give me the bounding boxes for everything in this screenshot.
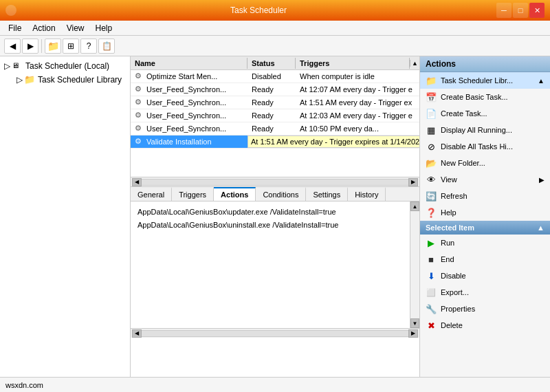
- task-status-2: Ready: [248, 98, 296, 107]
- view-submenu-arrow: ▶: [539, 176, 544, 184]
- view-icon: 👁: [426, 174, 437, 185]
- menu-view[interactable]: View: [61, 22, 90, 34]
- scroll-left-btn[interactable]: ◀: [132, 178, 142, 186]
- tree-root-scheduler[interactable]: ▷ Task Scheduler (Local): [0, 59, 130, 73]
- close-button[interactable]: ✕: [529, 3, 544, 18]
- detail-scrollbar-track[interactable]: [142, 330, 408, 337]
- h-scrollbar[interactable]: ◀ ▶: [131, 177, 419, 186]
- export-label: Export...: [441, 288, 469, 296]
- show-hide-tree-button[interactable]: ⊞: [63, 39, 79, 54]
- tree-item-library[interactable]: ▷ Task Scheduler Library: [0, 73, 130, 87]
- task-list-header: Name Status Triggers ▲: [131, 56, 419, 70]
- disable-all-tasks-label: Disable All Tasks Hi...: [441, 142, 513, 151]
- refresh-icon: 🔄: [426, 190, 437, 202]
- center-panel: Name Status Triggers ▲ Optimize Start Me…: [131, 56, 419, 377]
- create-basic-task-button[interactable]: 📅 Create Basic Task...: [420, 89, 550, 105]
- disable-button[interactable]: ⬇ Disable: [420, 268, 550, 284]
- create-task-button[interactable]: 📄 Create Task...: [420, 105, 550, 122]
- task-row[interactable]: User_Feed_Synchron... Ready At 12:03 AM …: [131, 109, 419, 122]
- tab-settings[interactable]: Settings: [306, 187, 348, 201]
- detail-scroll-left[interactable]: ◀: [132, 329, 142, 338]
- end-button[interactable]: ■ End: [420, 251, 550, 268]
- task-icon-2: [135, 98, 144, 107]
- status-text: wsxdn.com: [6, 381, 43, 389]
- task-row[interactable]: User_Feed_Synchron... Ready At 1:51 AM e…: [131, 96, 419, 109]
- task-status-4: Ready: [248, 124, 296, 133]
- menu-file[interactable]: File: [3, 22, 27, 34]
- trigger-tooltip: At 1:51 AM every day - Trigger expires a…: [248, 135, 419, 148]
- properties-button-action[interactable]: 🔧 Properties: [420, 301, 550, 317]
- task-row[interactable]: User_Feed_Synchron... Ready At 10:50 PM …: [131, 122, 419, 135]
- tab-history[interactable]: History: [348, 187, 386, 201]
- task-status-3: Ready: [248, 111, 296, 120]
- library-folder-icon: [24, 74, 35, 85]
- task-icon-4: [135, 124, 144, 133]
- forward-button[interactable]: ▶: [22, 39, 38, 54]
- scroll-down-detail[interactable]: ▼: [410, 318, 419, 328]
- display-all-running-button[interactable]: ▦ Display All Running...: [420, 122, 550, 138]
- task-name-4: User_Feed_Synchron...: [131, 123, 248, 134]
- task-triggers-3: At 12:03 AM every day - Trigger e: [296, 111, 419, 120]
- v-scrollbar-detail[interactable]: ▲ ▼: [410, 202, 419, 328]
- refresh-button[interactable]: 🔄 Refresh: [420, 188, 550, 204]
- minimize-button[interactable]: ─: [496, 3, 512, 18]
- task-row[interactable]: User_Feed_Synchron... Ready At 12:07 AM …: [131, 83, 419, 96]
- refresh-label: Refresh: [441, 192, 468, 200]
- col-header-triggers: Triggers: [296, 58, 410, 69]
- delete-button[interactable]: ✖ Delete: [420, 317, 550, 334]
- actions-panel-header: Actions: [420, 56, 550, 72]
- task-icon-5: [135, 137, 144, 146]
- scroll-up-detail[interactable]: ▲: [410, 202, 419, 211]
- export-button[interactable]: ⬜ Export...: [420, 284, 550, 301]
- create-task-icon: 📄: [426, 108, 437, 119]
- menu-help[interactable]: Help: [90, 22, 118, 34]
- scroll-right-btn[interactable]: ▶: [408, 178, 418, 186]
- tab-general[interactable]: General: [131, 187, 172, 201]
- disable-all-tasks-button[interactable]: ⊘ Disable All Tasks Hi...: [420, 138, 550, 155]
- tree-root-label: Task Scheduler (Local): [25, 61, 109, 71]
- detail-h-scrollbar[interactable]: ◀ ▶: [131, 328, 419, 338]
- back-button[interactable]: ◀: [4, 39, 21, 54]
- properties-label: Properties: [441, 305, 475, 313]
- tab-triggers[interactable]: Triggers: [172, 187, 214, 201]
- run-button[interactable]: ▶ Run: [420, 235, 550, 251]
- detail-scroll-right[interactable]: ▶: [408, 329, 418, 338]
- actions-library-item[interactable]: 📁 Task Scheduler Libr... ▲: [420, 72, 550, 89]
- maximize-button[interactable]: □: [513, 3, 528, 18]
- new-folder-button[interactable]: 📂 New Folder...: [420, 155, 550, 171]
- scroll-up-button[interactable]: ▲: [410, 60, 419, 67]
- actions-tab-content: AppData\Local\GeniusBox\updater.exe /Val…: [131, 202, 410, 328]
- delete-icon: ✖: [426, 320, 437, 331]
- task-icon-1: [135, 85, 144, 94]
- task-triggers-0: When computer is idle: [296, 72, 419, 81]
- new-folder-icon: 📂: [426, 157, 437, 168]
- h-scrollbar-track[interactable]: [142, 179, 408, 186]
- help-contents-button[interactable]: ?: [80, 39, 97, 54]
- properties-button[interactable]: 📋: [98, 39, 115, 54]
- tab-actions[interactable]: Actions: [214, 187, 256, 201]
- menu-action[interactable]: Action: [27, 22, 60, 34]
- delete-label: Delete: [441, 321, 463, 329]
- tab-conditions[interactable]: Conditions: [256, 187, 306, 201]
- col-header-name: Name: [131, 58, 248, 69]
- show-folder-button[interactable]: 📁: [45, 39, 61, 54]
- selected-item-label: Selected Item: [426, 224, 474, 232]
- detail-panel: General Triggers Actions Conditions Sett…: [131, 186, 419, 338]
- title-bar: Task Scheduler ─ □ ✕: [0, 0, 550, 21]
- action-line-2: AppData\Local\GeniusBox\uninstall.exe /V…: [138, 219, 403, 232]
- status-bar: wsxdn.com: [0, 377, 550, 392]
- view-label: View: [441, 175, 457, 184]
- task-name-0: Optimize Start Men...: [131, 71, 248, 82]
- library-scroll-up[interactable]: ▲: [538, 77, 544, 85]
- actions-panel: Actions 📁 Task Scheduler Libr... ▲ 📅 Cre…: [419, 56, 550, 377]
- task-row[interactable]: Optimize Start Men... Disabled When comp…: [131, 70, 419, 83]
- selected-item-collapse[interactable]: ▲: [537, 224, 544, 232]
- task-status-1: Ready: [248, 85, 296, 94]
- export-icon: ⬜: [426, 287, 437, 298]
- folder-expand-icon: ▷: [16, 75, 23, 85]
- view-menu-button[interactable]: 👁 View ▶: [420, 171, 550, 188]
- disable-icon: ⊘: [426, 141, 437, 152]
- tree-library-label: Task Scheduler Library: [38, 75, 122, 85]
- help-button[interactable]: ❓ Help: [420, 204, 550, 221]
- window-icon: [6, 5, 16, 16]
